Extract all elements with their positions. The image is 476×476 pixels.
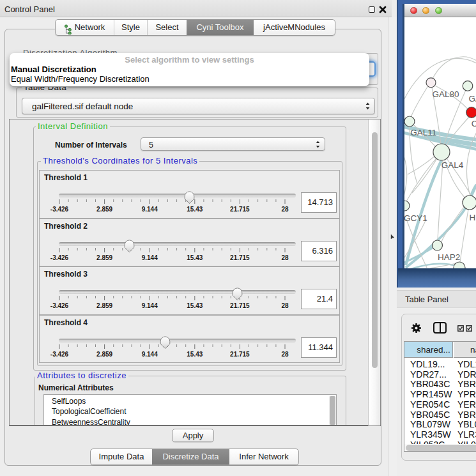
svg-text:GA: GA bbox=[468, 94, 476, 104]
svg-text:C: C bbox=[472, 119, 476, 128]
svg-text:GAL4: GAL4 bbox=[441, 160, 464, 170]
svg-text:HAP2: HAP2 bbox=[438, 252, 460, 262]
svg-text:GCY1: GCY1 bbox=[404, 213, 427, 223]
svg-text:GAL80: GAL80 bbox=[433, 89, 459, 99]
svg-text:H: H bbox=[470, 213, 476, 222]
svg-text:GAL11: GAL11 bbox=[410, 128, 436, 137]
